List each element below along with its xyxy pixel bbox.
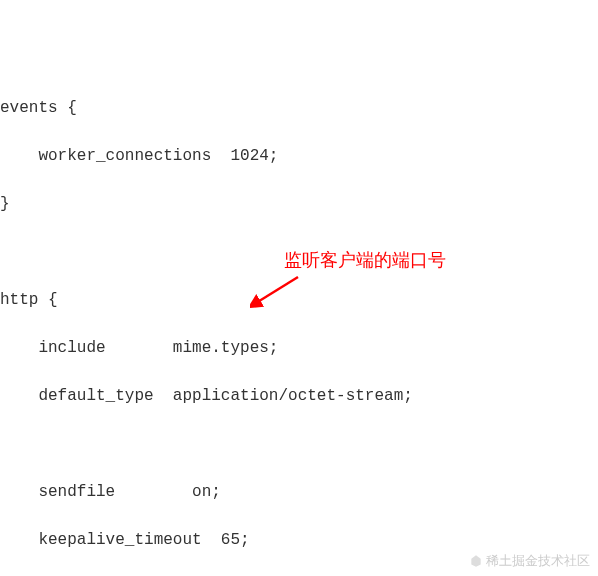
annotation-label: 监听客户端的端口号 bbox=[284, 247, 446, 274]
code-line: events { bbox=[0, 96, 598, 120]
watermark: 稀土掘金技术社区 bbox=[462, 531, 590, 570]
code-line: default_type application/octet-stream; bbox=[0, 384, 598, 408]
code-line: } bbox=[0, 192, 598, 216]
code-line: sendfile on; bbox=[0, 480, 598, 504]
watermark-icon bbox=[469, 554, 483, 568]
code-line: include mime.types; bbox=[0, 336, 598, 360]
code-line: http { bbox=[0, 288, 598, 312]
code-line bbox=[0, 432, 598, 456]
code-line: worker_connections 1024; bbox=[0, 144, 598, 168]
watermark-text: 稀土掘金技术社区 bbox=[486, 553, 590, 568]
